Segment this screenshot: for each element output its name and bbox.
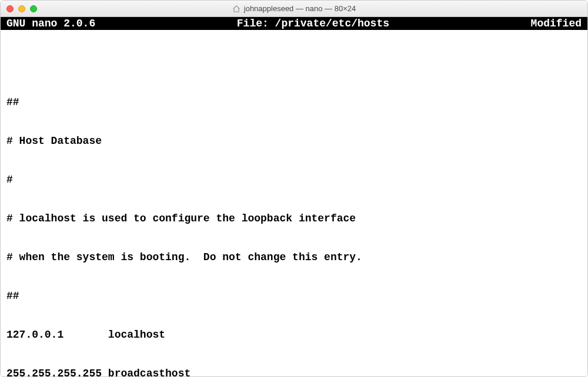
- editor-line: #: [6, 173, 582, 186]
- window-title: johnappleseed — nano — 80×24: [1, 4, 587, 13]
- terminal[interactable]: GNU nano 2.0.6 File: /private/etc/hosts …: [1, 17, 587, 377]
- editor-line: 127.0.0.1 localhost: [6, 328, 582, 341]
- editor-line: ##: [6, 290, 582, 302]
- close-window-button[interactable]: [6, 5, 14, 12]
- minimize-window-button[interactable]: [18, 5, 25, 12]
- editor-line: 255.255.255.255 broadcasthost: [6, 367, 582, 377]
- nano-status: Modified: [531, 17, 582, 30]
- editor-body[interactable]: ## # Host Database # # localhost is used…: [1, 30, 587, 377]
- editor-line: ##: [6, 96, 582, 109]
- home-icon: [232, 5, 240, 13]
- editor-line: # Host Database: [6, 134, 582, 147]
- editor-line: # when the system is booting. Do not cha…: [6, 251, 582, 264]
- window-title-text: johnappleseed — nano — 80×24: [244, 4, 356, 13]
- maximize-window-button[interactable]: [30, 5, 37, 12]
- window-titlebar: johnappleseed — nano — 80×24: [1, 1, 587, 17]
- nano-file-label: File: /private/etc/hosts: [95, 17, 530, 30]
- traffic-lights: [6, 5, 37, 12]
- editor-line: # localhost is used to configure the loo…: [6, 212, 582, 225]
- nano-app-name: GNU nano 2.0.6: [6, 17, 95, 30]
- nano-header: GNU nano 2.0.6 File: /private/etc/hosts …: [1, 17, 587, 30]
- editor-line: [6, 57, 582, 70]
